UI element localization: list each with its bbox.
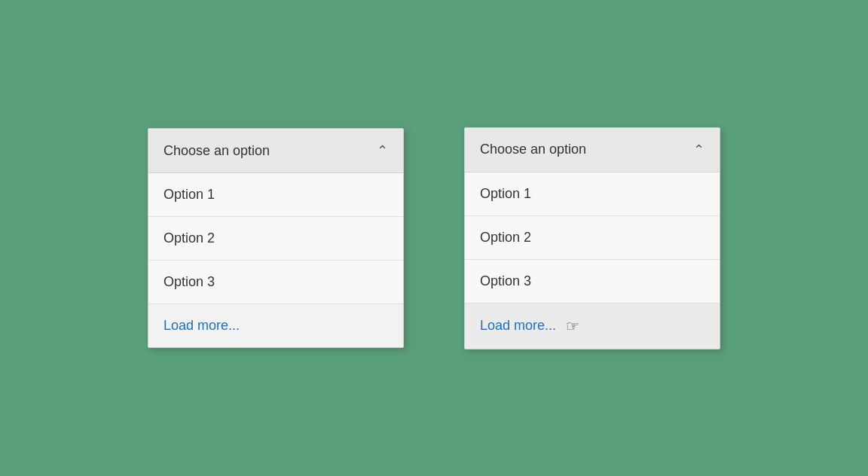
- right-option-3[interactable]: Option 3: [465, 260, 720, 304]
- left-dropdown-header-text: Choose an option: [164, 143, 270, 159]
- pointer-cursor-icon: ☞: [566, 317, 579, 335]
- left-dropdown-header[interactable]: Choose an option ⌃: [148, 129, 403, 173]
- chevron-up-icon: ⌃: [377, 142, 388, 159]
- chevron-up-icon: ⌃: [693, 142, 704, 158]
- left-option-3[interactable]: Option 3: [148, 261, 403, 304]
- left-option-1[interactable]: Option 1: [148, 173, 403, 217]
- right-dropdown-header[interactable]: Choose an option ⌃: [465, 128, 720, 172]
- left-option-2[interactable]: Option 2: [148, 217, 403, 261]
- right-dropdown-header-text: Choose an option: [480, 142, 586, 157]
- right-option-1[interactable]: Option 1: [465, 172, 720, 216]
- left-dropdown[interactable]: Choose an option ⌃ Option 1 Option 2 Opt…: [148, 128, 404, 348]
- right-load-more[interactable]: Load more... ☞: [465, 304, 720, 349]
- right-dropdown[interactable]: Choose an option ⌃ Option 1 Option 2 Opt…: [464, 127, 720, 349]
- right-option-2[interactable]: Option 2: [465, 216, 720, 260]
- left-load-more[interactable]: Load more...: [148, 304, 403, 347]
